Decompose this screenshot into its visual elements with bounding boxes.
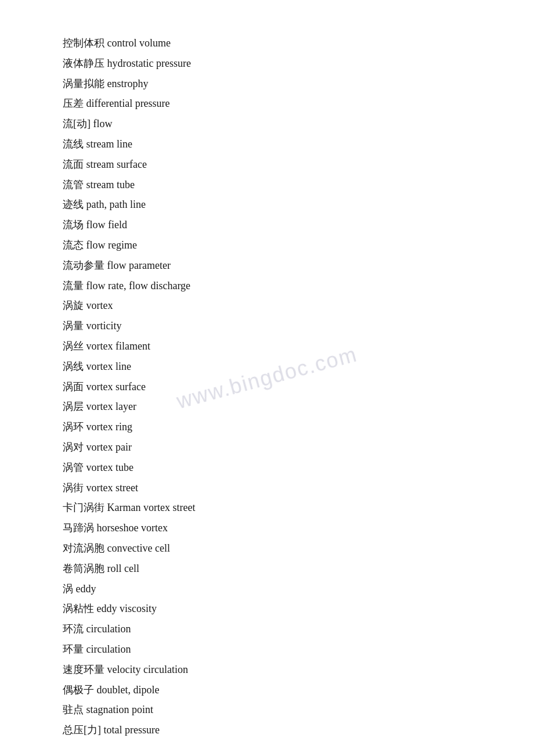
list-item: 涡量拟能 enstrophy bbox=[63, 75, 471, 92]
list-item: 卷筒涡胞 roll cell bbox=[63, 560, 471, 577]
list-item: 卡门涡街 Karman vortex street bbox=[63, 499, 471, 516]
list-item: 涡丝 vortex filament bbox=[63, 338, 471, 355]
list-item: 环流 circulation bbox=[63, 621, 471, 638]
list-item: 驻点 stagnation point bbox=[63, 701, 471, 718]
list-item: 对流涡胞 convective cell bbox=[63, 540, 471, 557]
list-item: 总压[力] total pressure bbox=[63, 722, 471, 739]
list-item: 流场 flow field bbox=[63, 217, 471, 233]
list-item: 涡对 vortex pair bbox=[63, 439, 471, 456]
list-item: 流线 stream line bbox=[63, 136, 471, 153]
list-item: 涡面 vortex surface bbox=[63, 379, 471, 395]
list-item: 迹线 path, path line bbox=[63, 196, 471, 213]
list-item: 流管 stream tube bbox=[63, 177, 471, 193]
list-item: 速度环量 velocity circulation bbox=[63, 661, 471, 678]
list-item: 涡管 vortex tube bbox=[63, 459, 471, 476]
list-item: 涡 eddy bbox=[63, 581, 471, 597]
list-item: 涡层 vortex layer bbox=[63, 398, 471, 415]
list-item: 涡街 vortex street bbox=[63, 480, 471, 496]
list-item: 液体静压 hydrostatic pressure bbox=[63, 55, 471, 72]
list-item: 涡量 vorticity bbox=[63, 318, 471, 334]
list-item: 涡粘性 eddy viscosity bbox=[63, 600, 471, 617]
list-item: 压差 differential pressure bbox=[63, 95, 471, 112]
term-list: 控制体积 control volume液体静压 hydrostatic pres… bbox=[63, 35, 471, 739]
list-item: 涡环 vortex ring bbox=[63, 419, 471, 435]
list-item: 流态 flow regime bbox=[63, 237, 471, 254]
list-item: 马蹄涡 horseshoe vortex bbox=[63, 520, 471, 537]
list-item: 流面 stream surface bbox=[63, 156, 471, 173]
list-item: 涡线 vortex line bbox=[63, 358, 471, 375]
list-item: 流量 flow rate, flow discharge bbox=[63, 278, 471, 294]
list-item: 流[动] flow bbox=[63, 116, 471, 132]
list-item: 环量 circulation bbox=[63, 641, 471, 658]
list-item: 涡旋 vortex bbox=[63, 297, 471, 314]
list-item: 流动参量 flow parameter bbox=[63, 257, 471, 274]
list-item: 偶极子 doublet, dipole bbox=[63, 682, 471, 699]
list-item: 控制体积 control volume bbox=[63, 35, 471, 52]
